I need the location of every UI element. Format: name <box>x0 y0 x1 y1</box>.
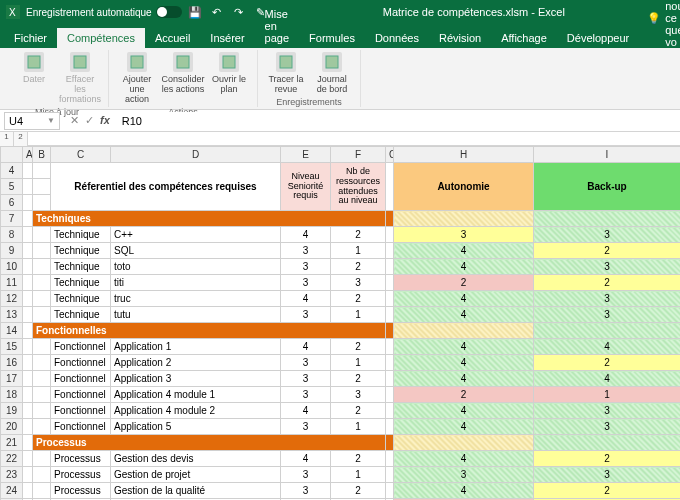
column-header[interactable]: C <box>51 147 111 163</box>
undo-icon[interactable]: ↶ <box>210 5 224 19</box>
cell-cat[interactable]: Technique <box>51 291 111 307</box>
cell-backup[interactable]: 3 <box>534 403 681 419</box>
autosave-toggle[interactable]: Enregistrement automatique <box>26 6 182 18</box>
tab-données[interactable]: Données <box>365 28 429 48</box>
cell-niveau[interactable]: 3 <box>281 387 331 403</box>
cell-backup[interactable]: 3 <box>534 467 681 483</box>
row-header[interactable]: 24 <box>1 483 23 499</box>
cell-cat[interactable]: Technique <box>51 243 111 259</box>
cell-backup[interactable]: 2 <box>534 355 681 371</box>
cell-backup[interactable]: 2 <box>534 243 681 259</box>
cell-nb[interactable]: 2 <box>331 371 386 387</box>
column-header[interactable]: H <box>394 147 534 163</box>
cell[interactable] <box>534 211 681 227</box>
cell-autonomie[interactable]: 4 <box>394 451 534 467</box>
cell-name[interactable]: Gestion de la qualité <box>111 483 281 499</box>
row-header[interactable]: 6 <box>1 195 23 211</box>
cell-name[interactable]: tutu <box>111 307 281 323</box>
column-header[interactable]: I <box>534 147 681 163</box>
row-header[interactable]: 17 <box>1 371 23 387</box>
row-header[interactable]: 13 <box>1 307 23 323</box>
cell-autonomie[interactable]: 2 <box>394 275 534 291</box>
cell-cat[interactable]: Processus <box>51 451 111 467</box>
cell-nb[interactable]: 2 <box>331 403 386 419</box>
cell-autonomie[interactable]: 4 <box>394 371 534 387</box>
cell-cat[interactable]: Technique <box>51 275 111 291</box>
cell-nb[interactable]: 1 <box>331 467 386 483</box>
row-header[interactable]: 18 <box>1 387 23 403</box>
cell-backup[interactable]: 2 <box>534 451 681 467</box>
ribbon-button[interactable]: Effacer les formations <box>58 50 102 106</box>
cell-name[interactable]: toto <box>111 259 281 275</box>
ribbon-button[interactable]: Journal de bord <box>310 50 354 96</box>
row-header[interactable]: 12 <box>1 291 23 307</box>
cell-autonomie[interactable]: 3 <box>394 467 534 483</box>
row-header[interactable]: 19 <box>1 403 23 419</box>
ribbon-button[interactable]: Tracer la revue <box>264 50 308 96</box>
tab-affichage[interactable]: Affichage <box>491 28 557 48</box>
column-header[interactable]: D <box>111 147 281 163</box>
cell-backup[interactable]: 2 <box>534 275 681 291</box>
name-box[interactable]: U4 ▼ <box>4 112 60 130</box>
tab-développeur[interactable]: Développeur <box>557 28 639 48</box>
row-header[interactable]: 10 <box>1 259 23 275</box>
cell-niveau[interactable]: 3 <box>281 467 331 483</box>
cell-name[interactable]: C++ <box>111 227 281 243</box>
toggle-off-icon[interactable] <box>156 6 182 18</box>
cell[interactable] <box>394 435 534 451</box>
row-header[interactable]: 20 <box>1 419 23 435</box>
cell-nb[interactable]: 1 <box>331 307 386 323</box>
formula-input[interactable] <box>116 112 680 130</box>
cell-name[interactable]: Application 1 <box>111 339 281 355</box>
cell-name[interactable]: Application 2 <box>111 355 281 371</box>
ribbon-button[interactable]: Dater <box>12 50 56 106</box>
row-header[interactable]: 15 <box>1 339 23 355</box>
cell-name[interactable]: Application 4 module 1 <box>111 387 281 403</box>
cell-name[interactable]: titi <box>111 275 281 291</box>
cell-backup[interactable]: 4 <box>534 371 681 387</box>
cell-name[interactable]: Gestion de projet <box>111 467 281 483</box>
cell-nb[interactable]: 2 <box>331 339 386 355</box>
cell-autonomie[interactable]: 4 <box>394 355 534 371</box>
cell[interactable] <box>534 435 681 451</box>
cell-autonomie[interactable]: 4 <box>394 339 534 355</box>
row-header[interactable]: 22 <box>1 451 23 467</box>
cell-nb[interactable]: 1 <box>331 243 386 259</box>
cell-cat[interactable]: Fonctionnel <box>51 371 111 387</box>
cell-autonomie[interactable]: 4 <box>394 291 534 307</box>
row-header[interactable]: 5 <box>1 179 23 195</box>
ribbon-button[interactable]: Ouvrir le plan <box>207 50 251 106</box>
row-header[interactable]: 21 <box>1 435 23 451</box>
cell-backup[interactable]: 3 <box>534 259 681 275</box>
column-header[interactable]: F <box>331 147 386 163</box>
cell-niveau[interactable]: 4 <box>281 291 331 307</box>
cell-niveau[interactable]: 4 <box>281 403 331 419</box>
cell-backup[interactable]: 4 <box>534 339 681 355</box>
cell-autonomie[interactable]: 4 <box>394 483 534 499</box>
outline-level-1[interactable]: 1 <box>0 132 14 146</box>
cell-niveau[interactable]: 3 <box>281 307 331 323</box>
cell-autonomie[interactable]: 4 <box>394 419 534 435</box>
cell-name[interactable]: Application 4 module 2 <box>111 403 281 419</box>
cell-nb[interactable]: 1 <box>331 419 386 435</box>
tab-compétences[interactable]: Compétences <box>57 28 145 48</box>
row-header[interactable]: 7 <box>1 211 23 227</box>
cell-cat[interactable]: Fonctionnel <box>51 339 111 355</box>
cell-niveau[interactable]: 4 <box>281 451 331 467</box>
cell-nb[interactable]: 3 <box>331 387 386 403</box>
cell-niveau[interactable]: 3 <box>281 419 331 435</box>
cell-autonomie[interactable]: 4 <box>394 259 534 275</box>
row-header[interactable]: 23 <box>1 467 23 483</box>
cell-backup[interactable]: 3 <box>534 419 681 435</box>
cell-niveau[interactable]: 3 <box>281 371 331 387</box>
row-header[interactable]: 9 <box>1 243 23 259</box>
column-header[interactable]: B <box>33 147 51 163</box>
cell-cat[interactable]: Technique <box>51 259 111 275</box>
outline-level-2[interactable]: 2 <box>14 132 28 146</box>
cell-niveau[interactable]: 3 <box>281 483 331 499</box>
cell-backup[interactable]: 3 <box>534 227 681 243</box>
cancel-icon[interactable]: ✕ <box>70 114 79 127</box>
cell-cat[interactable]: Technique <box>51 227 111 243</box>
cell-niveau[interactable]: 3 <box>281 275 331 291</box>
cell-cat[interactable]: Technique <box>51 307 111 323</box>
